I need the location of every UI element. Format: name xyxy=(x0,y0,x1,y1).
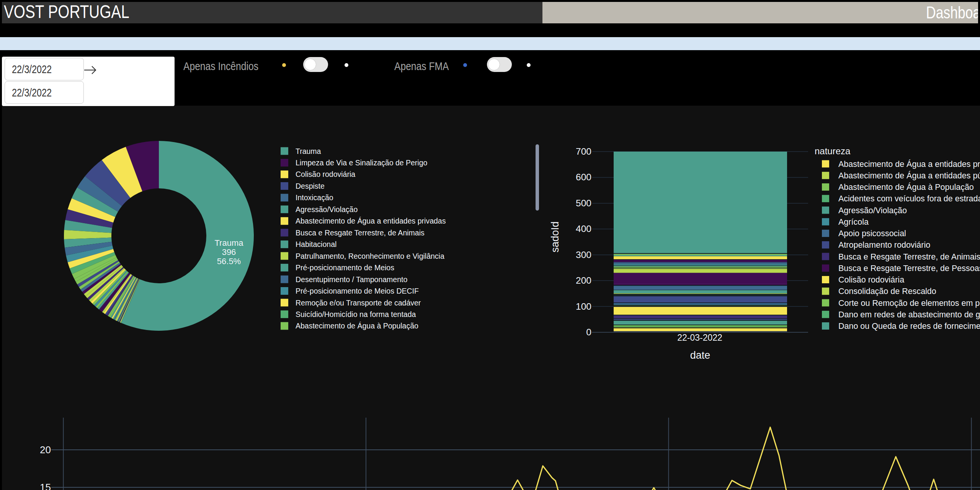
svg-text:100: 100 xyxy=(576,301,591,312)
svg-text:Atropelamento rodoviário: Atropelamento rodoviário xyxy=(838,240,930,250)
svg-text:200: 200 xyxy=(576,275,591,286)
svg-text:Abastecimento de Água a entida: Abastecimento de Água a entidades públic… xyxy=(838,171,980,180)
svg-text:56.5%: 56.5% xyxy=(217,256,241,266)
svg-text:Despiste: Despiste xyxy=(296,182,325,190)
svg-text:Abastecimento de Água à Popula: Abastecimento de Água à População xyxy=(838,182,974,192)
svg-text:Corte ou Remoção de elementos: Corte ou Remoção de elementos em perigo xyxy=(838,299,980,308)
svg-text:22-03-2022: 22-03-2022 xyxy=(677,333,722,343)
svg-text:Busca e Resgate Terrestre, de: Busca e Resgate Terrestre, de Animais xyxy=(838,252,980,261)
svg-text:Suicídio/Homicídio na forma te: Suicídio/Homicídio na forma tentada xyxy=(296,310,416,318)
svg-text:15: 15 xyxy=(40,482,51,490)
svg-text:400: 400 xyxy=(576,224,591,234)
svg-text:Pré-posicionamento de Meios DE: Pré-posicionamento de Meios DECIF xyxy=(296,287,419,295)
svg-text:Busca e Resgate Terrestre, de: Busca e Resgate Terrestre, de Animais xyxy=(296,229,425,237)
svg-text:Consolidação de Rescaldo: Consolidação de Rescaldo xyxy=(838,287,936,296)
svg-text:Abastecimento de Água a entida: Abastecimento de Água a entidades privad… xyxy=(296,217,446,225)
svg-text:Abastecimento de Água a entida: Abastecimento de Água a entidades privad… xyxy=(838,159,980,169)
svg-text:Acidentes com veículos fora de: Acidentes com veículos fora de estrada xyxy=(838,194,980,203)
svg-text:Intoxicação: Intoxicação xyxy=(296,193,333,202)
svg-text:Busca e Resgate Terrestre, de: Busca e Resgate Terrestre, de Pessoas xyxy=(838,264,980,273)
svg-text:Colisão rodoviária: Colisão rodoviária xyxy=(838,275,904,284)
svg-text:Limpeza de Via e Sinalização d: Limpeza de Via e Sinalização de Perigo xyxy=(296,158,428,167)
svg-text:Apoio psicossocial: Apoio psicossocial xyxy=(838,229,906,238)
svg-text:natureza: natureza xyxy=(815,146,851,156)
svg-text:Pré-posicionamento de Meios: Pré-posicionamento de Meios xyxy=(296,263,394,272)
svg-text:0: 0 xyxy=(586,327,591,337)
svg-text:Trauma: Trauma xyxy=(215,238,244,248)
svg-text:Habitacional: Habitacional xyxy=(296,240,336,248)
svg-text:Remoção e/ou Transporte de cad: Remoção e/ou Transporte de cadáver xyxy=(296,299,421,307)
svg-text:700: 700 xyxy=(576,146,591,157)
svg-text:Desentupimento / Tamponamento: Desentupimento / Tamponamento xyxy=(296,275,407,284)
svg-text:Agressão/Violação: Agressão/Violação xyxy=(296,205,358,214)
svg-text:Agressão/Violação: Agressão/Violação xyxy=(838,206,907,215)
svg-text:Abastecimento de Água à Popula: Abastecimento de Água à População xyxy=(296,322,418,330)
svg-text:Agrícola: Agrícola xyxy=(838,217,869,227)
svg-text:20: 20 xyxy=(40,444,51,456)
svg-text:500: 500 xyxy=(576,198,591,208)
svg-text:Colisão rodoviária: Colisão rodoviária xyxy=(296,170,355,178)
svg-text:300: 300 xyxy=(576,250,591,260)
svg-text:396: 396 xyxy=(222,247,236,257)
svg-text:Dano ou Queda de redes de forn: Dano ou Queda de redes de fornecimento xyxy=(838,322,980,331)
svg-text:600: 600 xyxy=(576,172,591,182)
svg-text:Dano em redes de abastecimento: Dano em redes de abastecimento de gás xyxy=(838,310,980,319)
svg-text:date: date xyxy=(690,350,710,361)
svg-text:sadoId: sadoId xyxy=(549,221,561,252)
svg-text:Patrulhamento, Reconhecimento: Patrulhamento, Reconhecimento e Vigilânc… xyxy=(296,252,444,260)
svg-text:Trauma: Trauma xyxy=(296,147,321,155)
